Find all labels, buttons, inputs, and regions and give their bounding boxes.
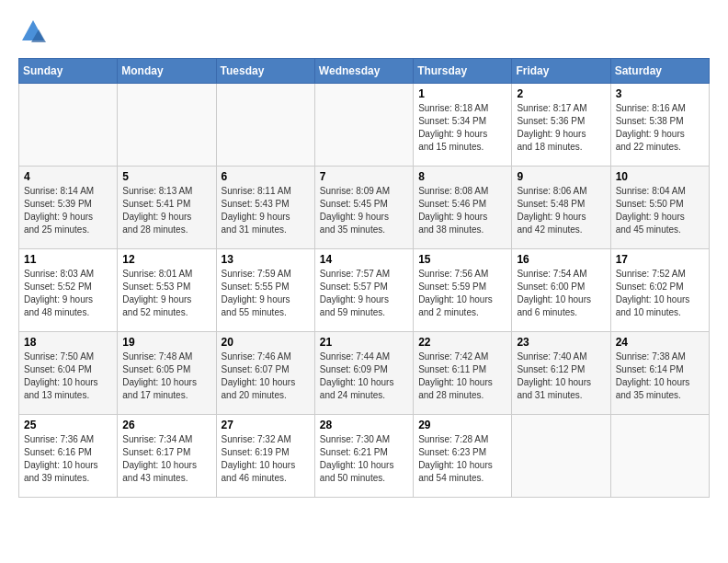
day-info: Sunrise: 8:03 AM Sunset: 5:52 PM Dayligh… [24,268,112,319]
calendar-cell: 13Sunrise: 7:59 AM Sunset: 5:55 PM Dayli… [216,249,314,332]
day-header-friday: Friday [512,59,610,84]
day-number: 1 [418,87,506,100]
calendar-cell: 27Sunrise: 7:32 AM Sunset: 6:19 PM Dayli… [216,415,314,498]
day-number: 18 [24,336,112,349]
calendar-cell: 15Sunrise: 7:56 AM Sunset: 5:59 PM Dayli… [414,249,512,332]
day-number: 7 [320,170,408,183]
day-number: 26 [122,419,210,431]
day-info: Sunrise: 8:11 AM Sunset: 5:43 PM Dayligh… [222,185,310,236]
calendar-cell: 17Sunrise: 7:52 AM Sunset: 6:02 PM Dayli… [610,249,709,332]
calendar-cell [314,84,413,167]
calendar-cell: 18Sunrise: 7:50 AM Sunset: 6:04 PM Dayli… [19,332,118,415]
calendar-cell [610,415,709,498]
calendar-cell: 25Sunrise: 7:36 AM Sunset: 6:16 PM Dayli… [19,415,118,498]
day-number: 3 [616,87,704,100]
calendar-table: SundayMondayTuesdayWednesdayThursdayFrid… [18,58,710,498]
calendar-cell: 19Sunrise: 7:48 AM Sunset: 6:05 PM Dayli… [118,332,216,415]
calendar-cell [118,84,216,167]
calendar-cell: 14Sunrise: 7:57 AM Sunset: 5:57 PM Dayli… [314,249,413,332]
calendar-cell: 23Sunrise: 7:40 AM Sunset: 6:12 PM Dayli… [512,332,610,415]
day-number: 27 [222,419,310,431]
day-info: Sunrise: 7:56 AM Sunset: 5:59 PM Dayligh… [418,268,506,319]
day-number: 11 [24,253,112,266]
calendar-cell: 9Sunrise: 8:06 AM Sunset: 5:48 PM Daylig… [512,167,610,249]
day-info: Sunrise: 8:13 AM Sunset: 5:41 PM Dayligh… [122,185,210,236]
day-header-saturday: Saturday [610,59,709,84]
day-number: 16 [517,253,605,266]
day-number: 4 [24,170,112,183]
day-number: 8 [418,170,506,183]
day-info: Sunrise: 8:08 AM Sunset: 5:46 PM Dayligh… [418,185,506,236]
calendar-cell: 10Sunrise: 8:04 AM Sunset: 5:50 PM Dayli… [610,167,709,249]
day-info: Sunrise: 7:54 AM Sunset: 6:00 PM Dayligh… [517,268,605,319]
day-number: 24 [616,336,704,349]
day-info: Sunrise: 7:50 AM Sunset: 6:04 PM Dayligh… [24,350,112,402]
day-number: 20 [222,336,310,349]
logo-text [18,18,46,49]
day-info: Sunrise: 8:17 AM Sunset: 5:36 PM Dayligh… [517,102,605,154]
day-number: 6 [222,170,310,183]
calendar-cell: 12Sunrise: 8:01 AM Sunset: 5:53 PM Dayli… [118,249,216,332]
day-number: 14 [320,253,408,266]
calendar-cell: 11Sunrise: 8:03 AM Sunset: 5:52 PM Dayli… [19,249,118,332]
day-number: 12 [122,253,210,266]
calendar-week-5: 25Sunrise: 7:36 AM Sunset: 6:16 PM Dayli… [19,415,710,498]
day-header-wednesday: Wednesday [314,59,413,84]
day-number: 29 [418,419,506,431]
calendar-cell: 2Sunrise: 8:17 AM Sunset: 5:36 PM Daylig… [512,84,610,167]
day-info: Sunrise: 8:14 AM Sunset: 5:39 PM Dayligh… [24,185,112,236]
day-info: Sunrise: 8:16 AM Sunset: 5:38 PM Dayligh… [616,102,704,154]
day-number: 5 [122,170,210,183]
day-info: Sunrise: 8:09 AM Sunset: 5:45 PM Dayligh… [320,185,408,236]
page-header [18,18,710,49]
calendar-cell: 26Sunrise: 7:34 AM Sunset: 6:17 PM Dayli… [118,415,216,498]
day-info: Sunrise: 7:52 AM Sunset: 6:02 PM Dayligh… [616,268,704,319]
calendar-cell: 7Sunrise: 8:09 AM Sunset: 5:45 PM Daylig… [314,167,413,249]
day-header-monday: Monday [118,59,216,84]
calendar-header-row: SundayMondayTuesdayWednesdayThursdayFrid… [19,59,710,84]
day-info: Sunrise: 7:40 AM Sunset: 6:12 PM Dayligh… [517,350,605,402]
calendar-cell: 8Sunrise: 8:08 AM Sunset: 5:46 PM Daylig… [414,167,512,249]
calendar-week-2: 4Sunrise: 8:14 AM Sunset: 5:39 PM Daylig… [19,167,710,249]
calendar-cell: 28Sunrise: 7:30 AM Sunset: 6:21 PM Dayli… [314,415,413,498]
day-number: 21 [320,336,408,349]
day-header-sunday: Sunday [19,59,118,84]
day-number: 9 [517,170,605,183]
day-info: Sunrise: 7:48 AM Sunset: 6:05 PM Dayligh… [122,350,210,402]
day-info: Sunrise: 7:46 AM Sunset: 6:07 PM Dayligh… [222,350,310,402]
day-info: Sunrise: 7:34 AM Sunset: 6:17 PM Dayligh… [122,433,210,485]
calendar-cell: 21Sunrise: 7:44 AM Sunset: 6:09 PM Dayli… [314,332,413,415]
calendar-cell: 16Sunrise: 7:54 AM Sunset: 6:00 PM Dayli… [512,249,610,332]
calendar-week-3: 11Sunrise: 8:03 AM Sunset: 5:52 PM Dayli… [19,249,710,332]
day-number: 15 [418,253,506,266]
day-header-thursday: Thursday [414,59,512,84]
calendar-cell: 20Sunrise: 7:46 AM Sunset: 6:07 PM Dayli… [216,332,314,415]
logo [18,18,46,49]
day-info: Sunrise: 7:30 AM Sunset: 6:21 PM Dayligh… [320,433,408,485]
day-number: 28 [320,419,408,431]
calendar-cell: 24Sunrise: 7:38 AM Sunset: 6:14 PM Dayli… [610,332,709,415]
day-info: Sunrise: 8:01 AM Sunset: 5:53 PM Dayligh… [122,268,210,319]
calendar-cell: 29Sunrise: 7:28 AM Sunset: 6:23 PM Dayli… [414,415,512,498]
day-info: Sunrise: 7:32 AM Sunset: 6:19 PM Dayligh… [222,433,310,485]
day-info: Sunrise: 8:04 AM Sunset: 5:50 PM Dayligh… [616,185,704,236]
calendar-cell: 4Sunrise: 8:14 AM Sunset: 5:39 PM Daylig… [19,167,118,249]
logo-icon [20,18,46,44]
calendar-cell: 22Sunrise: 7:42 AM Sunset: 6:11 PM Dayli… [414,332,512,415]
calendar-cell: 3Sunrise: 8:16 AM Sunset: 5:38 PM Daylig… [610,84,709,167]
day-info: Sunrise: 7:42 AM Sunset: 6:11 PM Dayligh… [418,350,506,402]
day-info: Sunrise: 8:18 AM Sunset: 5:34 PM Dayligh… [418,102,506,154]
day-number: 13 [222,253,310,266]
day-number: 25 [24,419,112,431]
day-info: Sunrise: 7:59 AM Sunset: 5:55 PM Dayligh… [222,268,310,319]
day-number: 10 [616,170,704,183]
day-number: 17 [616,253,704,266]
calendar-cell: 6Sunrise: 8:11 AM Sunset: 5:43 PM Daylig… [216,167,314,249]
day-number: 23 [517,336,605,349]
calendar-cell: 1Sunrise: 8:18 AM Sunset: 5:34 PM Daylig… [414,84,512,167]
day-info: Sunrise: 7:28 AM Sunset: 6:23 PM Dayligh… [418,433,506,485]
day-info: Sunrise: 7:36 AM Sunset: 6:16 PM Dayligh… [24,433,112,485]
day-info: Sunrise: 7:44 AM Sunset: 6:09 PM Dayligh… [320,350,408,402]
calendar-week-4: 18Sunrise: 7:50 AM Sunset: 6:04 PM Dayli… [19,332,710,415]
day-header-tuesday: Tuesday [216,59,314,84]
